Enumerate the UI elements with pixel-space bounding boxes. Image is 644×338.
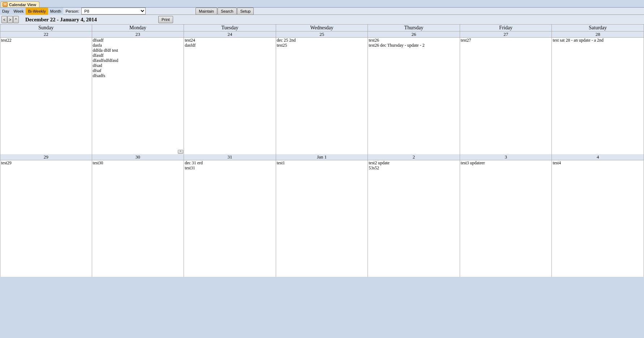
day-header: Thursday	[368, 24, 460, 31]
next-button[interactable]: >	[7, 16, 13, 23]
day-header: Friday	[460, 24, 552, 31]
calendar-event[interactable]: dasfa	[92, 43, 184, 48]
date-number-cell[interactable]: 28	[552, 31, 644, 38]
calendar-event[interactable]: test2 update	[368, 160, 460, 165]
day-cell[interactable]: test4	[552, 160, 644, 277]
setup-button[interactable]: Setup	[237, 8, 254, 15]
day-header: Tuesday	[184, 24, 276, 31]
prev-button[interactable]: <	[1, 16, 7, 23]
calendar-event[interactable]: dec 31 erd	[184, 160, 276, 165]
calendar-event[interactable]: test26 dec Thursday - update - 2	[368, 43, 460, 48]
calendar-event[interactable]: test27	[460, 38, 552, 43]
day-header: Wednesday	[276, 24, 368, 31]
date-number-cell[interactable]: 25	[276, 31, 368, 38]
calendar-event[interactable]: dfsadfs	[92, 73, 184, 78]
view-day-button[interactable]: Day	[0, 8, 12, 15]
date-number-cell[interactable]: 24	[184, 31, 276, 38]
calendar-event[interactable]: test1	[276, 160, 368, 165]
date-number-cell[interactable]: 22	[0, 31, 92, 38]
view-toolbar: Day Week Bi-Weekly Month Person: P8 Main…	[0, 8, 644, 15]
calendar-event[interactable]: 53s52	[368, 165, 460, 170]
calendar-event[interactable]: test31	[184, 165, 276, 170]
day-cell[interactable]: test22	[0, 38, 92, 154]
calendar-event[interactable]: test22	[0, 38, 92, 43]
day-cell[interactable]: test1	[276, 160, 368, 277]
tab-title: Calendar View	[9, 3, 36, 7]
day-header: Monday	[92, 24, 184, 31]
calendar-view-tab[interactable]: Calendar View	[1, 1, 39, 7]
calendar-event[interactable]: test4	[552, 160, 644, 165]
calendar-event[interactable]: ddfda dfdf test	[92, 48, 184, 53]
print-button[interactable]: Print	[158, 16, 173, 23]
calendar-event[interactable]: dfasdf	[92, 53, 184, 58]
date-number-cell[interactable]: Jan 1	[276, 154, 368, 160]
day-cell[interactable]: test24dasfdf	[184, 38, 276, 154]
calendar-event[interactable]: dec 25 2nd	[276, 38, 368, 43]
calendar-event[interactable]: dfsad	[92, 63, 184, 68]
calendar-event[interactable]: dfsadf	[92, 38, 184, 43]
calendar-event[interactable]: dfasdfsdfdfasd	[92, 58, 184, 63]
day-cell[interactable]: test30	[92, 160, 184, 277]
day-cell[interactable]: test29	[0, 160, 92, 277]
date-number-cell[interactable]: 4	[552, 154, 644, 160]
week-body-row: test22dfsadfdasfaddfda dfdf testdfasdfdf…	[0, 38, 644, 154]
calendar-event[interactable]: test24	[184, 38, 276, 43]
day-cell[interactable]: dfsadfdasfaddfda dfdf testdfasdfdfasdfsd…	[92, 38, 184, 154]
date-number-cell[interactable]: 23	[92, 31, 184, 38]
calendar-event[interactable]: test sat 28 - an update - a 2nd	[552, 38, 644, 43]
nav-row: < > ^ December 22 - January 4, 2014 Prin…	[0, 15, 644, 24]
calendar-event[interactable]: test30	[92, 160, 184, 165]
day-cell[interactable]: test sat 28 - an update - a 2nd	[552, 38, 644, 154]
date-number-cell[interactable]: 27	[460, 31, 552, 38]
date-number-cell[interactable]: 29	[0, 154, 92, 160]
main-panel: Day Week Bi-Weekly Month Person: P8 Main…	[0, 7, 644, 277]
form-icon	[3, 2, 8, 7]
date-number-cell[interactable]: 3	[460, 154, 552, 160]
expand-day-button[interactable]: ^	[178, 150, 183, 154]
date-number-cell[interactable]: 31	[184, 154, 276, 160]
tab-bar: Calendar View	[0, 0, 644, 7]
day-header: Sunday	[0, 24, 92, 31]
maintain-button[interactable]: Maintain	[196, 8, 217, 15]
view-biweekly-button[interactable]: Bi-Weekly	[26, 8, 48, 15]
day-header-row: SundayMondayTuesdayWednesdayThursdayFrid…	[0, 24, 644, 31]
calendar-grid: SundayMondayTuesdayWednesdayThursdayFrid…	[0, 24, 644, 277]
date-number-row: 22232425262728	[0, 31, 644, 38]
date-range: December 22 - January 4, 2014	[25, 17, 97, 23]
calendar-event[interactable]: test26	[368, 38, 460, 43]
person-label: Person:	[63, 8, 81, 14]
day-cell[interactable]: test3 updateer	[460, 160, 552, 277]
day-header: Saturday	[552, 24, 644, 31]
date-number-cell[interactable]: 26	[368, 31, 460, 38]
view-month-button[interactable]: Month	[48, 8, 64, 15]
calendar-event[interactable]: test29	[0, 160, 92, 165]
day-cell[interactable]: test27	[460, 38, 552, 154]
view-week-button[interactable]: Week	[12, 8, 26, 15]
calendar-event[interactable]: test25	[276, 43, 368, 48]
calendar-event[interactable]: dasfdf	[184, 43, 276, 48]
date-number-row: 293031Jan 1234	[0, 154, 644, 160]
calendar-event[interactable]: test3 updateer	[460, 160, 552, 165]
date-number-cell[interactable]: 30	[92, 154, 184, 160]
search-button[interactable]: Search	[218, 8, 237, 15]
date-number-cell[interactable]: 2	[368, 154, 460, 160]
day-cell[interactable]: dec 31 erdtest31	[184, 160, 276, 277]
today-button[interactable]: ^	[13, 16, 19, 23]
person-select[interactable]: P8	[81, 8, 146, 14]
day-cell[interactable]: test26test26 dec Thursday - update - 2	[368, 38, 460, 154]
week-body-row: test29test30dec 31 erdtest31test1test2 u…	[0, 160, 644, 277]
calendar-event[interactable]: dfsaf	[92, 68, 184, 73]
day-cell[interactable]: test2 update53s52	[368, 160, 460, 277]
day-cell[interactable]: dec 25 2ndtest25	[276, 38, 368, 154]
